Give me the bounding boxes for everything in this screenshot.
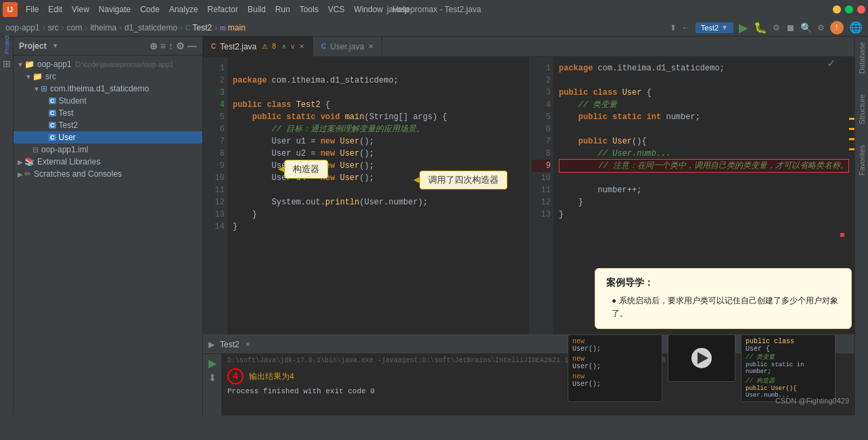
menu-edit[interactable]: Edit [44,3,66,16]
menu-vcs[interactable]: VCS [324,3,349,16]
tree-label-iml: oop-app1.iml [41,145,88,154]
tree-path: D:\code\javasepromax\oop-app1 [76,61,174,68]
code-area-left[interactable]: 12 3 4 56789 1011121314 package com.ithe… [203,57,528,334]
breadcrumb-com[interactable]: com [67,23,83,32]
tree-item-student[interactable]: C Student [14,95,202,107]
menu-tools[interactable]: Tools [296,3,323,16]
tree-arrow-src: ▼ [24,73,32,81]
case-popup: 案例导学： ● 系统启动后，要求用户类可以记住自己创建了多少个用户对象了。 [595,268,852,329]
structure-icon[interactable]: ⊞ [1,58,12,69]
breadcrumb-main[interactable]: m main [220,23,246,32]
panel-cog-icon[interactable]: ⊕ [150,41,158,51]
checkmark-icon: ✓ [827,57,836,70]
tree-item-user[interactable]: C User [14,131,202,144]
mini-panels-container: new User(); new User(); new User(); publ… [568,334,852,402]
tab-test2[interactable]: C Test2.java ⚠ 8 ∧ ∨ ✕ [203,37,313,56]
panel-sort-icon[interactable]: ↕ [168,41,173,51]
run-stop-btn[interactable]: ⬇ [208,372,216,383]
tree-item-test[interactable]: C Test [14,107,202,119]
line-numbers-left: 12 3 4 56789 1011121314 [203,57,227,334]
case-popup-title: 案例导学： [606,277,840,289]
panel-settings-icon[interactable]: ⚙ [176,41,185,51]
menu-file[interactable]: File [22,3,43,16]
tree-item-test2[interactable]: C Test2 [14,119,202,131]
plugin-icon[interactable]: ! [830,21,844,35]
editor-pane-left: 12 3 4 56789 1011121314 package com.ithe… [203,57,529,334]
tree-item-scratches[interactable]: ▶ ✏ Scratches and Consoles [14,168,202,180]
menu-run[interactable]: Run [271,3,294,16]
panel-header-icons: ⊕ ≡ ↕ ⚙ — [150,41,197,51]
project-panel-title: Project [19,41,47,51]
annotation-text-left: 调用了四次构造器 [428,175,499,185]
tab-close-test2[interactable]: ✕ [299,43,304,50]
folder-icon-src: 📁 [32,72,43,81]
breadcrumb-test2[interactable]: C Test2 [185,23,212,32]
menu-view[interactable]: View [68,3,93,16]
stop-button[interactable]: ⏹ [785,22,795,33]
tree-item-iml[interactable]: ⊟ oop-app1.iml [14,144,202,156]
tab-user-label: User.java [330,42,364,51]
menu-navigate[interactable]: Navigate [95,3,135,16]
tree-item-src[interactable]: ▼ 📁 src [14,70,202,83]
run-config-dropdown[interactable]: Test2 ▼ [695,22,733,33]
project-panel: Project ▼ ⊕ ≡ ↕ ⚙ — ▼ 📁 oop-app1 D:\code… [14,37,203,416]
video-play-button[interactable] [691,348,712,368]
panel-close-icon[interactable]: — [187,41,197,51]
breadcrumb-package[interactable]: d1_staticdemo [124,23,177,32]
run-annotation: 输出结果为4 [249,371,294,382]
search-button[interactable]: 🔍 [800,22,812,33]
tab-close-user[interactable]: ✕ [368,43,373,50]
tree-item-package[interactable]: ▼ ⊞ com.itheima.d1_staticdemo [14,83,202,95]
tree-label-src: src [45,72,56,81]
tree-arrow-package: ▼ [32,85,41,93]
close-button[interactable] [857,5,865,14]
scratches-icon: ✏ [24,169,31,179]
tree-label-test2: Test2 [59,120,78,130]
menu-build[interactable]: Build [244,3,270,16]
app-logo: IJ [3,2,18,17]
code-content-left[interactable]: package com.itheima.d1_staticdemo; publi… [227,57,528,334]
sidebar-database[interactable]: Database [856,39,867,76]
maximize-button[interactable] [845,5,853,14]
sidebar-structure[interactable]: Structure [856,91,867,127]
mini-panel-left: new User(); new User(); new User(); [568,334,662,402]
nav-icon[interactable]: 🌐 [849,21,863,34]
tab-user[interactable]: C User.java ✕ [313,37,382,56]
mini-panel-video[interactable] [668,334,735,382]
run-panel-sidebar: ▶ ⬇ [203,354,222,416]
sidebar-favorites[interactable]: Favorites [856,142,867,178]
project-tree: ▼ 📁 oop-app1 D:\code\javasepromax\oop-ap… [14,56,202,416]
vcs-icon[interactable]: ⬆ [670,23,677,32]
settings-icon[interactable]: ⚙ [817,23,825,32]
menu-refactor[interactable]: Refactor [204,3,242,16]
tree-item-root[interactable]: ▼ 📁 oop-app1 D:\code\javasepromax\oop-ap… [14,58,202,70]
tree-arrow-root: ▼ [16,61,24,68]
error-dot [840,233,844,237]
package-icon: ⊞ [41,84,47,93]
run-play-btn[interactable]: ▶ [208,357,216,370]
menu-window[interactable]: Window [350,3,387,16]
breadcrumb-src[interactable]: src [48,23,59,32]
menu-analyze[interactable]: Analyze [165,3,202,16]
project-panel-icon[interactable]: Project [1,39,12,50]
run-tab-label[interactable]: Test2 [220,340,239,349]
debug-button[interactable]: 🐛 [754,21,767,34]
run-output-value: 4 [227,368,244,384]
right-sidebar: Database Structure Favorites [854,37,868,416]
more-run-options[interactable]: ⚙ [773,23,780,32]
breadcrumb-oop[interactable]: oop-app1 [5,23,40,32]
panel-list-icon[interactable]: ≡ [160,41,166,51]
tab-test2-label: Test2.java [220,42,256,51]
tree-label-test: Test [59,108,74,118]
tree-item-extlibs[interactable]: ▶ 📚 External Libraries [14,156,202,168]
back-icon[interactable]: ← [682,23,690,32]
menu-code[interactable]: Code [136,3,164,16]
minimize-button[interactable] [833,5,841,14]
annotation-popup-left: 调用了四次构造器 [419,171,507,190]
run-tab-close[interactable]: ✕ [245,340,250,348]
iml-icon: ⊟ [32,146,39,154]
run-button[interactable]: ▶ [739,20,748,35]
breadcrumb-itheima[interactable]: itheima [90,23,116,32]
tree-arrow-extlibs: ▶ [16,158,24,166]
tree-label-package: com.itheima.d1_staticdemo [50,84,149,93]
